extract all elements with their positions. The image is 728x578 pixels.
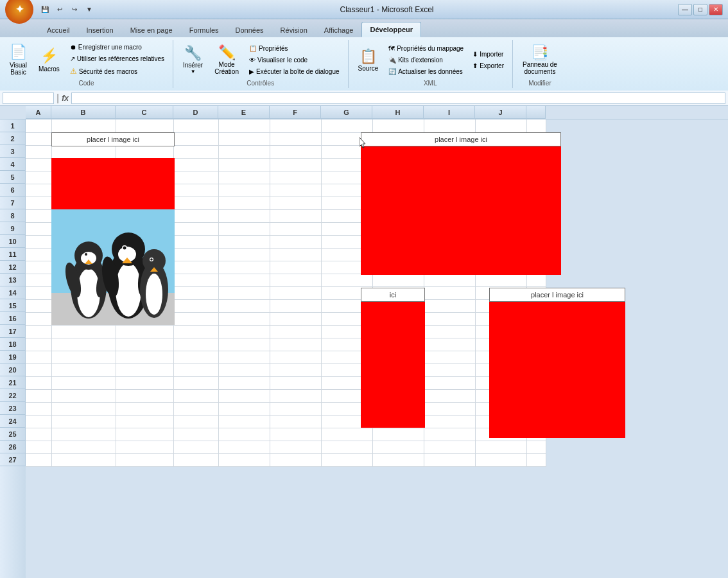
tab-insertion[interactable]: Insertion (78, 22, 121, 37)
cell-E10[interactable] (218, 235, 270, 248)
cell-E9[interactable] (218, 222, 270, 235)
cell-A5[interactable] (26, 171, 51, 184)
row-header-3[interactable]: 3 (0, 145, 26, 158)
cell-H3[interactable] (372, 145, 424, 158)
cell-J7[interactable] (475, 197, 526, 209)
cell-B5[interactable] (51, 171, 116, 184)
cell-F21[interactable] (270, 376, 321, 389)
cell-G11[interactable] (321, 248, 372, 261)
cell-D15[interactable] (173, 299, 218, 312)
cell-B17[interactable] (51, 325, 116, 338)
cell-E17[interactable] (218, 325, 270, 338)
cell-D4[interactable] (173, 158, 218, 171)
cell-E23[interactable] (218, 402, 270, 415)
row-header-1[interactable]: 1 (0, 119, 26, 132)
cell-B16[interactable] (51, 312, 116, 325)
cell-G12[interactable] (321, 261, 372, 274)
cell-C1[interactable] (116, 119, 173, 132)
cell-E4[interactable] (218, 158, 270, 171)
undo-qat-button[interactable]: ↩ (53, 4, 66, 15)
name-box[interactable] (3, 92, 54, 104)
cell-D16[interactable] (173, 312, 218, 325)
cell-J24[interactable] (475, 415, 526, 428)
cell-C24[interactable] (116, 415, 173, 428)
cell-I24[interactable] (424, 415, 475, 428)
cell-H11[interactable] (372, 248, 424, 261)
cell-H6[interactable] (372, 184, 424, 197)
cell-G21[interactable] (321, 376, 372, 389)
cell-G22[interactable] (321, 389, 372, 402)
cell-extra8[interactable] (526, 209, 546, 222)
cell-D14[interactable] (173, 286, 218, 299)
cell-extra19[interactable] (526, 351, 546, 363)
redo-qat-button[interactable]: ↪ (68, 4, 81, 15)
cell-B1[interactable] (51, 119, 116, 132)
customize-qat-button[interactable]: ▼ (83, 4, 96, 15)
cell-E2[interactable] (218, 132, 270, 145)
cell-E15[interactable] (218, 299, 270, 312)
cell-F20[interactable] (270, 363, 321, 376)
row-header-7[interactable]: 7 (0, 197, 26, 209)
cell-D23[interactable] (173, 402, 218, 415)
cell-H5[interactable] (372, 171, 424, 184)
cell-A15[interactable] (26, 299, 51, 312)
cell-F9[interactable] (270, 222, 321, 235)
cell-I3[interactable] (424, 145, 475, 158)
cell-A2[interactable] (26, 132, 51, 145)
cell-F3[interactable] (270, 145, 321, 158)
row-header-26[interactable]: 26 (0, 441, 26, 453)
cell-E12[interactable] (218, 261, 270, 274)
cell-A23[interactable] (26, 402, 51, 415)
cell-extra6[interactable] (526, 184, 546, 197)
cell-C20[interactable] (116, 363, 173, 376)
cell-J23[interactable] (475, 402, 526, 415)
cell-A20[interactable] (26, 363, 51, 376)
cell-F17[interactable] (270, 325, 321, 338)
cell-F14[interactable] (270, 286, 321, 299)
cell-J19[interactable] (475, 351, 526, 363)
visual-basic-button[interactable]: 📄 VisualBasic (5, 41, 31, 78)
cell-D2[interactable] (173, 132, 218, 145)
cell-E1[interactable] (218, 119, 270, 132)
cell-B7[interactable] (51, 197, 116, 209)
cell-D10[interactable] (173, 235, 218, 248)
cell-F2[interactable] (270, 132, 321, 145)
cell-F24[interactable] (270, 415, 321, 428)
cell-J9[interactable] (475, 222, 526, 235)
cell-extra21[interactable] (526, 376, 546, 389)
cell-F25[interactable] (270, 428, 321, 441)
cell-G17[interactable] (321, 325, 372, 338)
cell-D21[interactable] (173, 376, 218, 389)
cell-G10[interactable] (321, 235, 372, 248)
close-button[interactable]: ✕ (709, 4, 723, 15)
cell-C18[interactable] (116, 338, 173, 351)
cell-C4[interactable] (116, 158, 173, 171)
row-header-20[interactable]: 20 (0, 363, 26, 376)
cell-E16[interactable] (218, 312, 270, 325)
executer-boite-button[interactable]: ▶ Exécuter la boîte de dialogue (246, 66, 343, 77)
row-header-11[interactable]: 11 (0, 248, 26, 261)
cell-extra7[interactable] (526, 197, 546, 209)
cell-H24[interactable] (372, 415, 424, 428)
cell-J25[interactable] (475, 428, 526, 441)
formula-input[interactable] (71, 92, 725, 104)
importer-button[interactable]: ⬇ Importer (469, 49, 507, 60)
cell-C7[interactable] (116, 197, 173, 209)
cell-I11[interactable] (424, 248, 475, 261)
tab-developpeur[interactable]: Développeur (361, 22, 421, 37)
cell-extra3[interactable] (526, 145, 546, 158)
cell-I6[interactable] (424, 184, 475, 197)
cell-E8[interactable] (218, 209, 270, 222)
cell-C15[interactable] (116, 299, 173, 312)
cell-F16[interactable] (270, 312, 321, 325)
row-header-13[interactable]: 13 (0, 274, 26, 286)
cell-A12[interactable] (26, 261, 51, 274)
cell-I4[interactable] (424, 158, 475, 171)
cell-I1[interactable] (424, 119, 475, 132)
cell-D9[interactable] (173, 222, 218, 235)
row-header-15[interactable]: 15 (0, 299, 26, 312)
cell-E14[interactable] (218, 286, 270, 299)
cell-H7[interactable] (372, 197, 424, 209)
cell-J10[interactable] (475, 235, 526, 248)
cell-C11[interactable] (116, 248, 173, 261)
